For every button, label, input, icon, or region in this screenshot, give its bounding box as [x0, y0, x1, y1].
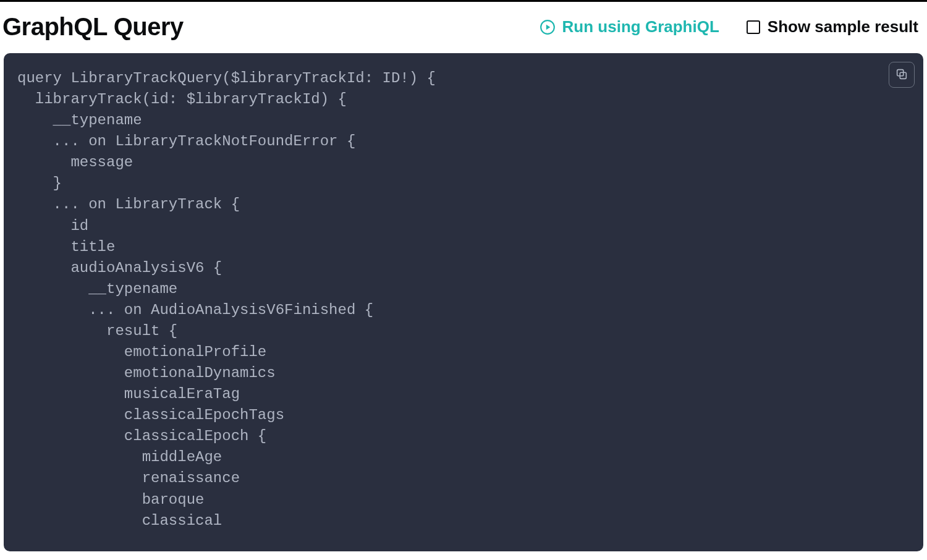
- svg-marker-1: [546, 24, 550, 30]
- header: GraphQL Query Run using GraphiQL Show sa…: [0, 2, 927, 53]
- code-panel: query LibraryTrackQuery($libraryTrackId:…: [4, 53, 923, 551]
- section-title: GraphQL Query: [2, 13, 184, 41]
- copy-icon: [895, 67, 908, 83]
- checkbox-box[interactable]: [747, 20, 760, 34]
- page: GraphQL Query Run using GraphiQL Show sa…: [0, 0, 927, 560]
- show-sample-result-toggle[interactable]: Show sample result: [747, 17, 918, 36]
- play-circle-icon: [539, 19, 556, 36]
- header-actions: Run using GraphiQL Show sample result: [539, 17, 923, 36]
- run-graphiql-label: Run using GraphiQL: [562, 17, 719, 36]
- graphql-code[interactable]: query LibraryTrackQuery($libraryTrackId:…: [17, 68, 910, 532]
- run-graphiql-link[interactable]: Run using GraphiQL: [539, 17, 719, 36]
- copy-button[interactable]: [889, 62, 915, 88]
- show-sample-result-label: Show sample result: [768, 17, 918, 36]
